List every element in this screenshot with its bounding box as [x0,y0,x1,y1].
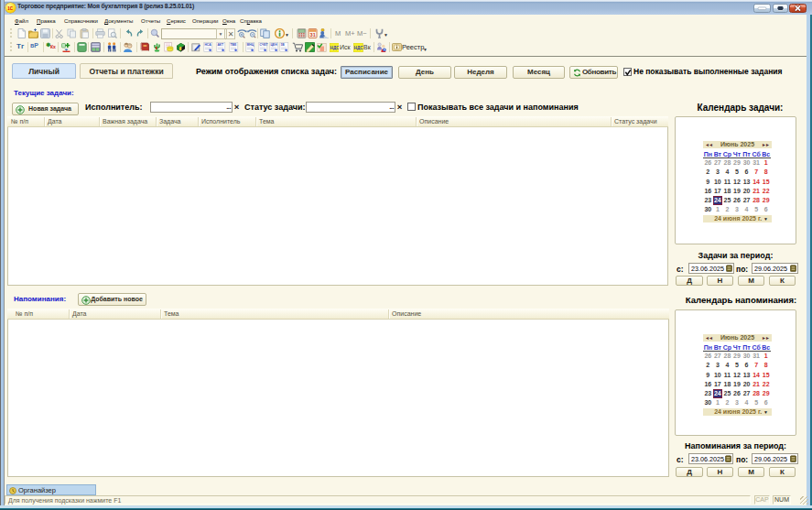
svg-text:НДС: НДС [354,46,363,50]
svg-text:НДС: НДС [330,46,339,50]
svg-text:ТВЕ: ТВЕ [230,43,237,47]
svg-text:МНЦ: МНЦ [246,43,254,47]
svg-text:31: 31 [310,32,316,38]
svg-text:1В: 1В [280,43,285,47]
svg-text:АКТ: АКТ [217,43,224,47]
svg-text:ЦЕН: ЦЕН [270,43,277,47]
svg-text:НСА: НСА [204,43,211,47]
svg-text:СЧЕТ: СЧЕТ [259,43,268,47]
